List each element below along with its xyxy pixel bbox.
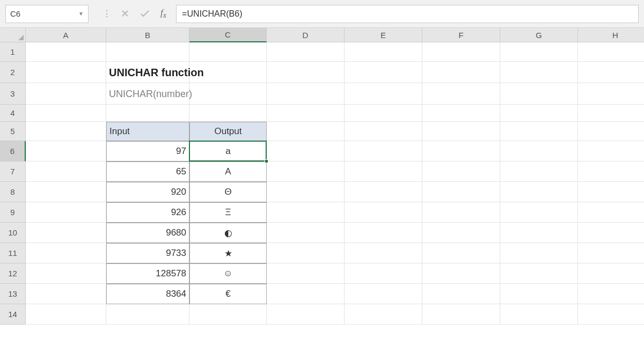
- row-header[interactable]: 7: [0, 161, 26, 182]
- cell[interactable]: [267, 62, 345, 83]
- row-header[interactable]: 1: [0, 42, 26, 62]
- cell[interactable]: [26, 243, 106, 263]
- cell[interactable]: [422, 284, 500, 304]
- cell[interactable]: [578, 161, 644, 182]
- table-cell-output[interactable]: a: [189, 141, 267, 161]
- cell[interactable]: [267, 263, 345, 284]
- cell[interactable]: [26, 83, 106, 105]
- cell[interactable]: [26, 263, 106, 284]
- row-header[interactable]: 14: [0, 304, 26, 325]
- cell[interactable]: [345, 161, 422, 182]
- cell[interactable]: [267, 182, 345, 202]
- cell[interactable]: [422, 304, 500, 325]
- cell[interactable]: [189, 42, 267, 62]
- column-header[interactable]: H: [578, 28, 644, 42]
- cell[interactable]: [422, 182, 500, 202]
- cell[interactable]: [26, 182, 106, 202]
- cancel-icon[interactable]: [121, 9, 129, 18]
- row-header[interactable]: 6: [0, 141, 26, 161]
- cell[interactable]: [267, 202, 345, 223]
- cell[interactable]: [267, 122, 345, 141]
- select-all-corner[interactable]: [0, 28, 26, 42]
- cell[interactable]: [500, 62, 578, 83]
- row-header[interactable]: 4: [0, 105, 26, 122]
- row-header[interactable]: 2: [0, 62, 26, 83]
- cell[interactable]: [422, 243, 500, 263]
- cell[interactable]: [500, 202, 578, 223]
- cell[interactable]: [26, 284, 106, 304]
- cell[interactable]: [267, 105, 345, 122]
- cell[interactable]: [422, 122, 500, 141]
- cell[interactable]: [345, 223, 422, 243]
- cell[interactable]: [500, 182, 578, 202]
- cell[interactable]: [500, 161, 578, 182]
- cell[interactable]: [345, 284, 422, 304]
- cell[interactable]: [422, 62, 500, 83]
- cell[interactable]: [106, 304, 189, 325]
- cell[interactable]: [578, 105, 644, 122]
- cell[interactable]: [578, 284, 644, 304]
- cell[interactable]: [422, 223, 500, 243]
- table-header[interactable]: Input: [106, 122, 189, 141]
- table-cell-input[interactable]: 128578: [106, 263, 189, 284]
- column-header[interactable]: C: [189, 28, 267, 42]
- row-header[interactable]: 13: [0, 284, 26, 304]
- cell[interactable]: [106, 105, 189, 122]
- enter-icon[interactable]: [140, 9, 150, 18]
- cell[interactable]: [422, 141, 500, 161]
- cell[interactable]: [26, 42, 106, 62]
- table-cell-output[interactable]: ☺: [189, 263, 267, 284]
- cell[interactable]: [267, 161, 345, 182]
- cell[interactable]: [578, 62, 644, 83]
- table-cell-output[interactable]: A: [189, 161, 267, 182]
- column-header[interactable]: E: [345, 28, 422, 42]
- cell[interactable]: [578, 182, 644, 202]
- table-cell-output[interactable]: Ξ: [189, 202, 267, 223]
- cell[interactable]: [500, 223, 578, 243]
- cell[interactable]: [500, 122, 578, 141]
- table-cell-input[interactable]: 920: [106, 182, 189, 202]
- row-header[interactable]: 12: [0, 263, 26, 284]
- cell[interactable]: [106, 42, 189, 62]
- cell[interactable]: [345, 122, 422, 141]
- cell[interactable]: [189, 105, 267, 122]
- cell[interactable]: [267, 304, 345, 325]
- cell[interactable]: [345, 83, 422, 105]
- cell[interactable]: [345, 263, 422, 284]
- cell[interactable]: [578, 141, 644, 161]
- cell[interactable]: [345, 141, 422, 161]
- cell[interactable]: [26, 202, 106, 223]
- table-cell-output[interactable]: €: [189, 284, 267, 304]
- fill-handle[interactable]: [265, 159, 268, 163]
- cell[interactable]: [345, 182, 422, 202]
- cell[interactable]: [26, 141, 106, 161]
- table-cell-input[interactable]: 65: [106, 161, 189, 182]
- fx-icon[interactable]: fx: [160, 8, 166, 20]
- cell[interactable]: [267, 42, 345, 62]
- cell[interactable]: [345, 243, 422, 263]
- cell[interactable]: [578, 304, 644, 325]
- column-header[interactable]: B: [106, 28, 189, 42]
- column-header[interactable]: G: [500, 28, 578, 42]
- cell[interactable]: [500, 284, 578, 304]
- table-cell-output[interactable]: Θ: [189, 182, 267, 202]
- cell[interactable]: [345, 202, 422, 223]
- row-header[interactable]: 11: [0, 243, 26, 263]
- table-cell-input[interactable]: 8364: [106, 284, 189, 304]
- formula-input[interactable]: =UNICHAR(B6): [176, 5, 639, 23]
- cell[interactable]: [578, 223, 644, 243]
- column-header[interactable]: F: [422, 28, 500, 42]
- cell[interactable]: [26, 105, 106, 122]
- chevron-down-icon[interactable]: ▼: [78, 11, 84, 17]
- cell[interactable]: [189, 304, 267, 325]
- cell[interactable]: [500, 243, 578, 263]
- cell[interactable]: [578, 243, 644, 263]
- cell[interactable]: [578, 122, 644, 141]
- cell[interactable]: [422, 105, 500, 122]
- row-header[interactable]: 8: [0, 182, 26, 202]
- cell[interactable]: [578, 42, 644, 62]
- table-header[interactable]: Output: [189, 122, 267, 141]
- cell[interactable]: [267, 83, 345, 105]
- cell[interactable]: [26, 161, 106, 182]
- table-cell-input[interactable]: 9733: [106, 243, 189, 263]
